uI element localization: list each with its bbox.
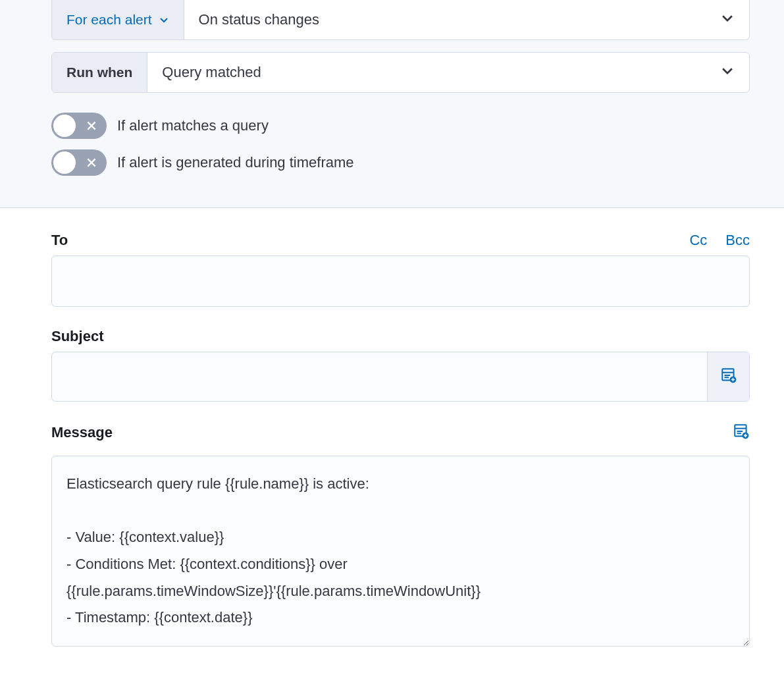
to-field-header: To Cc Bcc — [51, 232, 750, 249]
message-label: Message — [51, 424, 113, 441]
to-input[interactable] — [51, 255, 750, 307]
for-each-alert-label-button[interactable]: For each alert — [52, 0, 184, 40]
for-each-alert-value: On status changes — [199, 11, 319, 28]
x-icon — [86, 157, 97, 169]
for-each-alert-label-text: For each alert — [66, 12, 152, 28]
toggle-thumb — [53, 151, 76, 174]
run-when-select[interactable]: Query matched — [147, 53, 749, 92]
to-label: To — [51, 232, 68, 249]
subject-label: Subject — [51, 328, 750, 345]
run-when-row: Run when Query matched — [51, 52, 750, 93]
subject-input[interactable] — [52, 352, 707, 401]
index-add-icon — [733, 423, 750, 442]
toggle-query-match-label: If alert matches a query — [117, 117, 269, 134]
index-add-icon — [720, 367, 737, 387]
message-header: Message — [51, 423, 750, 442]
chevron-down-icon — [720, 11, 735, 29]
for-each-alert-select[interactable]: On status changes — [184, 0, 749, 40]
run-when-value: Query matched — [162, 64, 261, 81]
toggle-query-match[interactable] — [51, 113, 107, 139]
toggle-timeframe-label: If alert is generated during timeframe — [117, 154, 354, 171]
toggle-timeframe[interactable] — [51, 149, 107, 176]
message-add-variable-button[interactable] — [733, 423, 750, 442]
message-textarea[interactable] — [51, 456, 750, 647]
subject-add-variable-button[interactable] — [707, 352, 749, 401]
bcc-link[interactable]: Bcc — [725, 232, 750, 249]
chevron-down-icon — [159, 14, 169, 25]
toggle-timeframe-row: If alert is generated during timeframe — [51, 149, 750, 176]
x-icon — [86, 120, 97, 132]
cc-link[interactable]: Cc — [689, 232, 707, 249]
toggle-query-match-row: If alert matches a query — [51, 113, 750, 139]
for-each-alert-row: For each alert On status changes — [51, 0, 750, 40]
run-when-label: Run when — [52, 53, 147, 92]
chevron-down-icon — [720, 63, 735, 82]
toggle-thumb — [53, 115, 76, 137]
subject-row — [51, 352, 750, 402]
